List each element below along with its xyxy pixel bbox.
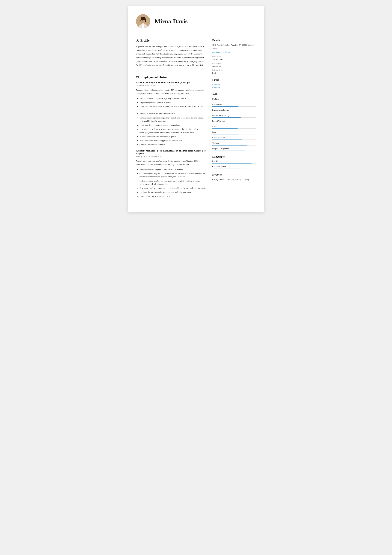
driving-value: Full [212,72,256,74]
profile-icon [136,39,139,42]
svg-point-4 [142,20,143,21]
skill-name: SAP [212,125,256,128]
employment-section-title: Employment History [136,75,206,79]
skill-name: Project Management [212,147,256,150]
detail-address: 1515 Pacific Ave, Los Angeles, CA 90291,… [212,44,256,50]
hobbies-section-title: Hobbies [212,173,256,176]
detail-email: example@email.com [212,51,256,54]
driving-label: Driving license [212,69,256,71]
skill-item: Labor Relations [212,136,256,140]
skill-bar-bg [212,106,256,107]
job-2-bullets: Supervise first-shift operations of up t… [136,168,206,198]
candidate-name: Mirna Davis [155,18,188,25]
place-of-birth-label: Place of birth [212,55,256,58]
skill-bar-bg [212,134,256,134]
list-item: Developed employee-improvement plans to … [140,186,206,190]
job-1-bullets: Handle customer complaints regarding sal… [136,97,206,146]
skill-name: Recruitment [212,103,256,106]
skill-bar-fill [212,117,241,118]
skills-section-title: Skills [212,93,256,96]
job-2-dates: January 2013 – November 2014 [136,155,206,158]
skill-item: Report Writing [212,120,256,123]
avatar-silhouette-icon [138,16,149,29]
list-item: Handle customer complaints regarding sal… [140,97,206,100]
skill-name: Performance Reviews [212,109,256,111]
list-item: Met or exceeded monthly revenue goals by… [140,179,206,186]
job-2-title: Assistant Manager - Food & Beverages at … [136,149,206,155]
lang-item: Canadian French [212,165,256,169]
links-list: LinkedinFacebook [212,83,256,89]
skill-item: Budgets [212,98,256,101]
skill-bar-fill [212,112,245,112]
profile-section: Profile Experienced Assistant Manager wi… [136,39,206,67]
lang-item: English [212,160,256,163]
list-item: Determine discount rates or special pric… [140,124,206,127]
list-item: Facilitate the professional advancement … [140,190,206,194]
skill-item: SAP [212,125,256,129]
skill-item: Training [212,142,256,146]
job-2: Assistant Manager - Food & Beverages at … [136,149,206,198]
languages-section-title: Languages [212,155,256,158]
lang-bar-bg [212,163,256,163]
list-item: Develop plans to drive new business deve… [140,127,206,134]
right-column: Details 1515 Pacific Ave, Los Angeles, C… [212,39,256,203]
languages-list: English Canadian French [212,160,256,169]
skill-bar-bg [212,123,256,123]
skill-name: Report Writing [212,120,256,122]
list-item: Analyze sales statistics and activity me… [140,112,206,115]
skill-name: Budgets [212,98,256,100]
skill-bar-bg [212,117,256,118]
skill-name: Production Planning [212,114,256,117]
hobbies-section: Hobbies Charity Events, Triathlons, Hiki… [212,173,256,181]
nationality-label: Nationality [212,62,256,65]
list-item: Allocate sales territories and set sales… [140,135,206,138]
skills-list: Budgets Recruitment Performance Reviews … [212,98,256,151]
profile-text: Experienced Assistant Manager with ten y… [136,44,206,67]
skill-bar-fill [212,151,245,151]
avatar [136,14,150,29]
header-section: Mirna Davis [136,14,256,33]
list-item: Track customer preferences to determine … [140,105,206,111]
skill-bar-fill [212,106,238,107]
skill-name: Training [212,142,256,144]
list-item: Plan and coordinate training programs fo… [140,139,206,142]
skill-bar-bg [212,101,256,101]
skill-item: Sage [212,131,256,134]
job-1: Assistant Manager at Hardware Emporium, … [136,81,206,146]
details-section-title: Details [212,39,256,42]
job-1-dates: November 2014 – Present [136,84,206,87]
list-item: Conduct sales projections regarding prod… [140,116,206,123]
skill-bar-fill [212,145,247,146]
skill-name: Labor Relations [212,136,256,139]
profile-section-title: Profile [136,39,206,42]
skill-bar-bg [212,145,256,146]
body-layout: Profile Experienced Assistant Manager wi… [136,39,256,203]
skill-bar-bg [212,139,256,140]
list-item: Played a lead role in organizing events [140,195,206,198]
header-name-container: Mirna Davis [155,18,188,25]
svg-rect-7 [136,76,139,78]
skill-bar-fill [212,139,242,140]
job-1-summary: Reduced Workers' Compensation costs by 5… [136,88,206,95]
skill-bar-bg [212,112,256,112]
lang-bar-fill [212,168,241,169]
skill-bar-fill [212,123,244,123]
resume-card: Mirna Davis Profile Experienced Assistan… [128,6,264,212]
lang-bar-fill [212,163,251,163]
link-item[interactable]: Facebook [212,86,256,89]
skill-bar-fill [212,101,243,101]
skill-item: Production Planning [212,114,256,118]
employment-section: Employment History Assistant Manager at … [136,75,206,198]
skill-item: Performance Reviews [212,109,256,112]
list-item: Coordinate F&B preparation, delivery and… [140,172,206,179]
nationality-value: American [212,65,256,67]
links-section: Links LinkedinFacebook [212,78,256,89]
hobbies-text: Charity Events, Triathlons, Hiking, Cook… [212,178,256,181]
job-2-summary: Negotiated new service level agreements … [136,159,206,166]
list-item: Prepare budgets and approve expenses [140,101,206,104]
link-item[interactable]: Linkedin [212,83,256,86]
svg-point-5 [144,20,144,21]
skill-name: Sage [212,131,256,133]
list-item: Conduct Performance Reviews [140,143,206,146]
skill-item: Project Management [212,147,256,151]
